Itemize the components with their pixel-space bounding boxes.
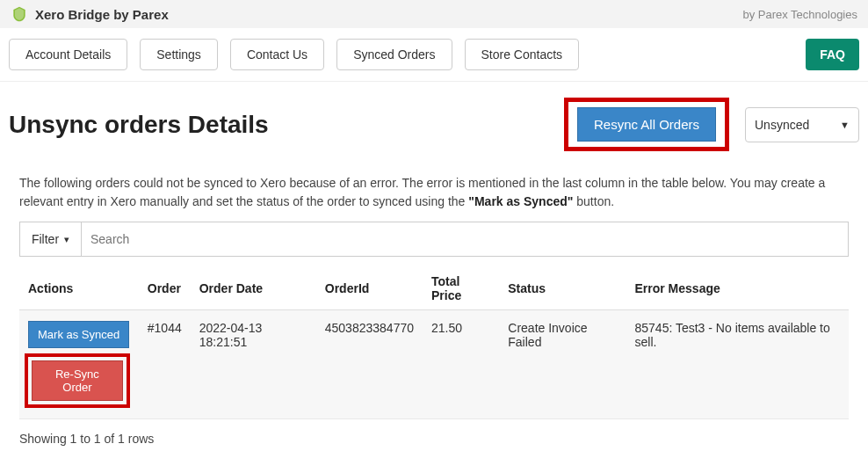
nav-account-details[interactable]: Account Details xyxy=(9,39,127,70)
app-title: Xero Bridge by Parex xyxy=(35,7,169,22)
resync-highlight: Re-Sync Order xyxy=(25,353,130,408)
nav-contact-us[interactable]: Contact Us xyxy=(230,39,324,70)
cell-status: Create Invoice Failed xyxy=(499,310,626,419)
sync-filter-value: Unsynced xyxy=(755,118,809,132)
col-error-message: Error Message xyxy=(626,266,849,310)
chevron-down-icon: ▼ xyxy=(840,120,850,130)
faq-button[interactable]: FAQ xyxy=(806,39,859,70)
resync-all-button[interactable]: Resync All Orders xyxy=(577,107,716,142)
page-title: Unsync orders Details xyxy=(9,111,269,139)
cell-total-price: 21.50 xyxy=(423,310,499,419)
table-toolbar: Filter ▾ xyxy=(19,222,849,257)
app-header: Xero Bridge by Parex by Parex Technologi… xyxy=(0,0,868,28)
cell-actions: Mark as Synced Re-Sync Order xyxy=(19,310,139,419)
nav-settings[interactable]: Settings xyxy=(140,39,218,70)
col-status: Status xyxy=(499,266,626,310)
cell-order: #1044 xyxy=(139,310,191,419)
vendor-label: by Parex Technologies xyxy=(742,8,857,21)
instruction-text: The following orders could not be synced… xyxy=(19,174,849,211)
sync-filter-select[interactable]: Unsynced ▼ xyxy=(745,107,859,142)
col-actions: Actions xyxy=(19,266,139,310)
cell-order-date: 2022-04-13 18:21:51 xyxy=(191,310,316,419)
resync-order-button[interactable]: Re-Sync Order xyxy=(32,360,123,401)
brand: Xero Bridge by Parex xyxy=(11,5,169,23)
table-row: Mark as Synced Re-Sync Order #1044 2022-… xyxy=(19,310,849,419)
col-order-date: Order Date xyxy=(191,266,316,310)
page-head: Unsync orders Details Resync All Orders … xyxy=(0,82,868,162)
nav-bar: Account Details Settings Contact Us Sync… xyxy=(0,28,868,82)
col-order-id: OrderId xyxy=(316,266,423,310)
resync-all-highlight: Resync All Orders xyxy=(564,98,729,151)
parex-logo-icon xyxy=(11,5,28,23)
caret-down-icon: ▾ xyxy=(64,234,69,245)
cell-order-id: 4503823384770 xyxy=(316,310,423,419)
filter-button[interactable]: Filter ▾ xyxy=(20,222,82,256)
col-order: Order xyxy=(139,266,191,310)
col-total-price: Total Price xyxy=(423,266,499,310)
nav-store-contacts[interactable]: Store Contacts xyxy=(465,39,580,70)
pager-info: Showing 1 to 1 of 1 rows xyxy=(19,432,849,446)
search-input[interactable] xyxy=(82,222,848,256)
content-panel: The following orders could not be synced… xyxy=(0,174,868,451)
orders-table: Actions Order Order Date OrderId Total P… xyxy=(19,266,849,419)
nav-synced-orders[interactable]: Synced Orders xyxy=(336,39,452,70)
filter-label: Filter xyxy=(32,232,59,246)
mark-synced-button[interactable]: Mark as Synced xyxy=(28,321,129,348)
cell-error-message: 85745: Test3 - No items available to sel… xyxy=(626,310,849,419)
